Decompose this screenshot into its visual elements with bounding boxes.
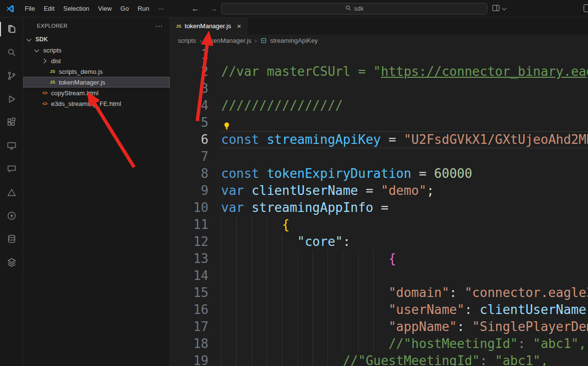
tree-item-scripts-demo-js[interactable]: JSscripts_demo.js (23, 66, 170, 77)
code-line-5[interactable]: 5 (170, 114, 588, 131)
activity-database-button[interactable] (0, 227, 23, 251)
breadcrumb: scripts›tokenManager.js›streamingApiKey (170, 35, 588, 46)
indent-guide (358, 284, 359, 301)
indent-guide (236, 335, 237, 352)
menu-selection[interactable]: Selection (59, 3, 93, 14)
activity-comments-button[interactable] (0, 157, 23, 181)
code-line-17[interactable]: 17 "appName": "SinglePlayerDemo" (170, 318, 588, 335)
menu-bar: FileEditSelectionViewGoRun··· (20, 3, 169, 14)
indent-guide (328, 267, 328, 284)
breadcrumb-separator: › (255, 37, 257, 44)
triangle-icon (6, 187, 17, 198)
tree-item-dist[interactable]: dist (23, 55, 170, 66)
tab-label: tokenManager.js (185, 22, 231, 30)
code-line-1[interactable]: 1 (170, 46, 588, 63)
explorer-more-button[interactable]: ··· (156, 22, 163, 30)
code-line-3[interactable]: 3 (170, 80, 588, 97)
indent-guide (373, 318, 374, 335)
tab-tokenmanager-js[interactable]: JS tokenManager.js × (170, 17, 247, 35)
code-line-7[interactable]: 7 (170, 148, 588, 165)
code-line-10[interactable]: 10var streamingAppInfo = (170, 199, 588, 216)
code-line-16[interactable]: 16 "userName": clientUserName, (170, 301, 588, 318)
search-icon (345, 5, 351, 13)
activity-thunder-client-button[interactable] (0, 204, 23, 227)
code-line-11[interactable]: 11 { (170, 216, 588, 233)
files-icon (6, 24, 17, 35)
indent-guide (282, 301, 282, 318)
activity-remote-explorer-button[interactable] (0, 134, 23, 157)
tab-close-icon[interactable]: × (237, 22, 241, 30)
indent-guide (282, 250, 282, 267)
code-line-8[interactable]: 8const tokenExpiryDuration = 60000 (170, 165, 588, 182)
activity-layers-button[interactable] (0, 251, 23, 274)
indent-guide (297, 284, 298, 301)
indent-guide (252, 352, 252, 366)
extensions-icon (6, 117, 17, 128)
code-line-4[interactable]: 4//////////////// (170, 97, 588, 114)
database-icon (6, 234, 17, 244)
line-number: 2 (170, 63, 221, 80)
tree-item-scripts[interactable]: scripts (23, 45, 170, 55)
code-line-12[interactable]: 12 "core": (170, 233, 588, 250)
indent-guide (282, 233, 282, 250)
menu-file[interactable]: File (20, 3, 39, 14)
breadcrumb-item[interactable]: scripts (178, 37, 196, 44)
indent-guide (267, 233, 267, 250)
code-line-18[interactable]: 18 //"hostMeetingId": "abc1", (170, 335, 588, 352)
code-editor[interactable]: 12//var masterCSUrl = "https://connector… (170, 46, 588, 366)
titlebar-partial-icon (584, 4, 588, 12)
split-editor-icon[interactable] (492, 4, 500, 14)
activity-source-control-button[interactable] (0, 64, 23, 87)
menu-more[interactable]: ··· (154, 3, 169, 14)
indent-guide (252, 301, 252, 318)
activity-extensions-button[interactable] (0, 111, 23, 134)
activity-explorer-button[interactable] (0, 17, 23, 41)
indent-guide (236, 284, 237, 301)
activity-triangle-button[interactable] (0, 181, 23, 204)
menu-view[interactable]: View (94, 3, 116, 14)
activity-run-debug-button[interactable] (0, 87, 23, 111)
indent-guide (297, 267, 298, 284)
lightning-circle-icon (6, 210, 17, 221)
indent-guide (312, 267, 313, 284)
forward-button[interactable]: → (210, 4, 218, 13)
chevron-down-icon (33, 46, 41, 54)
back-button[interactable]: ← (191, 4, 199, 13)
menu-run[interactable]: Run (133, 3, 154, 14)
menu-edit[interactable]: Edit (39, 3, 59, 14)
tree-item-tokenmanager-js[interactable]: JStokenManager.js (23, 77, 170, 87)
code-line-15[interactable]: 15 "domain": "connector.eagle3ds (170, 284, 588, 301)
menu-go[interactable]: Go (116, 3, 133, 14)
tree-item-copystream-html[interactable]: <>copyStream.html (23, 87, 170, 98)
title-bar: FileEditSelectionViewGoRun··· ← → sdk (0, 0, 588, 17)
run-debug-icon (6, 94, 17, 105)
indent-guide (221, 267, 222, 284)
code-line-13[interactable]: 13 { (170, 250, 588, 267)
line-number: 15 (170, 284, 221, 301)
breadcrumb-item[interactable]: tokenManager.js (205, 37, 251, 44)
code-line-19[interactable]: 19 //"GuestMeetingId": "abc1", (170, 352, 588, 366)
search-value: sdk (354, 5, 363, 12)
line-number: 1 (170, 46, 221, 63)
line-number: 6 (170, 131, 221, 148)
tree-item-label: dist (51, 57, 61, 65)
code-line-6[interactable]: 6const streamingApiKey = "U2FsdGVkX1/GXt… (170, 131, 588, 148)
indent-guide (267, 284, 267, 301)
code-line-9[interactable]: 9var clientUserName = "demo"; (170, 182, 588, 199)
breadcrumb-item[interactable]: streamingApiKey (270, 37, 318, 44)
chevron-down-icon[interactable] (502, 6, 507, 11)
line-number: 9 (170, 182, 221, 199)
tree-item-sdk[interactable]: SDK (23, 34, 170, 45)
explorer-title: EXPLORER (37, 23, 68, 29)
indent-guide (312, 352, 313, 366)
command-center-search[interactable]: sdk (221, 3, 487, 15)
indent-guide (221, 233, 222, 250)
line-number: 3 (170, 80, 221, 97)
code-line-2[interactable]: 2//var masterCSUrl = "https://connector_… (170, 63, 588, 80)
line-number: 7 (170, 148, 221, 165)
tree-indent (41, 78, 49, 86)
code-line-14[interactable]: 14 (170, 267, 588, 284)
activity-search-button[interactable] (0, 41, 23, 64)
indent-guide (252, 318, 252, 335)
tree-item-e3ds-streaming-fe-html[interactable]: <>e3ds_streaming_FE.html (23, 98, 170, 109)
